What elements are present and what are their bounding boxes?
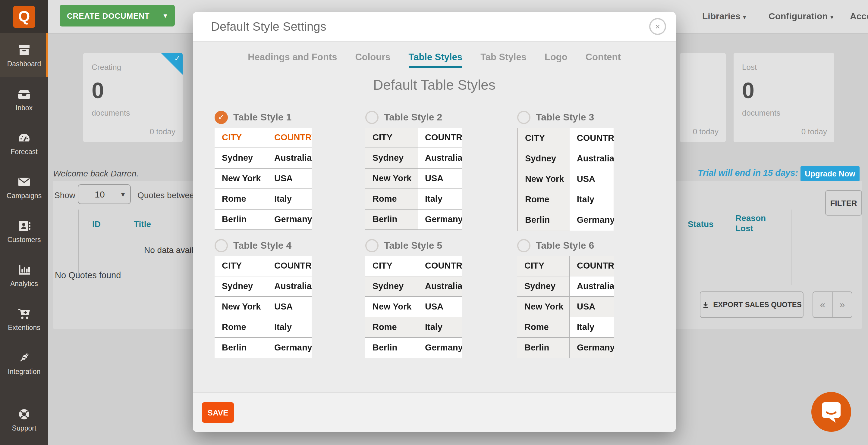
preview-table-row: RomeItaly xyxy=(518,190,614,210)
chat-launcher[interactable] xyxy=(811,392,851,432)
preview-table: CITYCOUNTRYSydneyAustraliaNew YorkUSARom… xyxy=(365,256,462,358)
preview-table-row: SydneyAustralia xyxy=(518,149,614,169)
nav-libraries-label: Libraries xyxy=(702,11,741,21)
radio-icon[interactable] xyxy=(365,239,378,252)
preview-table-cell: Sydney xyxy=(517,276,569,296)
preview-table-cell: Italy xyxy=(418,189,462,209)
preview-table-cell: USA xyxy=(418,297,462,317)
column-header-title[interactable]: Title xyxy=(134,219,151,229)
tab-headings-and-fonts[interactable]: Headings and Fonts xyxy=(248,52,337,68)
table-style-radio-row-6[interactable]: Table Style 6 xyxy=(517,239,614,252)
table-style-label: Table Style 1 xyxy=(233,111,291,124)
preview-table-cell: CITY xyxy=(365,256,418,276)
preview-table-row: BerlinGermany xyxy=(365,338,462,358)
sidebar-item-extentions[interactable]: Extentions xyxy=(0,297,48,341)
preview-table-row: New YorkUSA xyxy=(518,169,614,190)
dashboard-icon xyxy=(17,43,31,57)
sidebar-item-integration[interactable]: Integration xyxy=(0,341,48,385)
sidebar-item-inbox[interactable]: Inbox xyxy=(0,77,48,121)
preview-table-cell: New York xyxy=(215,297,267,317)
preview-table-cell: CITY xyxy=(215,128,267,147)
preview-table-cell: COUNTRY xyxy=(267,128,312,147)
table-style-radio-row-3[interactable]: Table Style 3 xyxy=(517,111,614,124)
preview-table-cell: CITY xyxy=(518,128,569,149)
pagination-next-button[interactable]: » xyxy=(833,292,852,317)
preview-table-row: BerlinGermany xyxy=(365,210,462,230)
preview-table-cell: Berlin xyxy=(215,338,267,358)
preview-table-header-row: CITYCOUNTRY xyxy=(365,128,462,148)
app-logo[interactable]: Q xyxy=(0,0,48,33)
button-divider xyxy=(157,10,157,22)
preview-table-cell: Italy xyxy=(267,317,312,337)
nav-account-label: Account xyxy=(850,11,868,21)
nav-configuration-label: Configuration xyxy=(769,11,828,21)
radio-selected-icon[interactable]: ✓ xyxy=(215,111,228,124)
close-icon[interactable]: × xyxy=(649,18,666,35)
tab-tab-styles[interactable]: Tab Styles xyxy=(480,52,527,68)
export-sales-quotes-button[interactable]: EXPORT SALES QUOTES xyxy=(700,292,804,318)
preview-table-row: New YorkUSA xyxy=(517,297,614,317)
tab-logo[interactable]: Logo xyxy=(545,52,567,68)
preview-table-row: BerlinGermany xyxy=(518,210,614,231)
table-style-option-1: ✓Table Style 1CITYCOUNTRYSydneyAustralia… xyxy=(215,111,312,230)
radio-icon[interactable] xyxy=(517,239,530,252)
preview-table-cell: COUNTRY xyxy=(418,128,462,147)
preview-table: CITYCOUNTRYSydneyAustraliaNew YorkUSARom… xyxy=(215,128,312,230)
table-style-radio-row-4[interactable]: Table Style 4 xyxy=(215,239,312,252)
nav-libraries[interactable]: Libraries▾ xyxy=(702,11,746,21)
stat-card-lost: Lost 0 documents 0 today xyxy=(734,53,834,142)
radio-icon[interactable] xyxy=(365,111,378,124)
sidebar-item-label: Integration xyxy=(8,368,41,375)
filter-button[interactable]: FILTER xyxy=(825,190,862,215)
tab-table-styles[interactable]: Table Styles xyxy=(409,52,463,68)
pagination-prev-button[interactable]: « xyxy=(813,292,833,317)
radio-icon[interactable] xyxy=(517,111,530,124)
sidebar-item-analytics[interactable]: Analytics xyxy=(0,253,48,297)
preview-table-cell: Germany xyxy=(569,338,614,358)
preview-table-cell: Germany xyxy=(418,338,462,358)
radio-icon[interactable] xyxy=(215,239,228,252)
preview-table-row: RomeItaly xyxy=(215,189,312,210)
preview-table-cell: COUNTRY xyxy=(569,128,614,149)
save-button[interactable]: SAVE xyxy=(202,402,234,423)
stat-card-partial: 0 today xyxy=(680,53,726,142)
nav-configuration[interactable]: Configuration▾ xyxy=(769,11,834,21)
tab-content[interactable]: Content xyxy=(586,52,621,68)
column-header-reason-lost[interactable]: Reason Lost xyxy=(735,213,770,234)
create-document-button[interactable]: CREATE DOCUMENT ▾ xyxy=(60,5,175,27)
sidebar-item-label: Support xyxy=(12,424,36,432)
tab-colours[interactable]: Colours xyxy=(355,52,390,68)
preview-table-cell: Germany xyxy=(267,210,312,230)
preview-table-row: SydneyAustralia xyxy=(365,276,462,297)
preview-table-cell: Rome xyxy=(365,317,418,337)
nav-account[interactable]: Account▾ xyxy=(850,11,868,21)
table-style-radio-row-5[interactable]: Table Style 5 xyxy=(365,239,462,252)
show-count-select[interactable]: 10 ▾ xyxy=(78,184,131,204)
table-style-radio-row-1[interactable]: ✓Table Style 1 xyxy=(215,111,312,124)
table-style-option-5: Table Style 5CITYCOUNTRYSydneyAustraliaN… xyxy=(365,239,462,358)
stat-card-title: Creating xyxy=(92,63,121,72)
trial-countdown: Trial will end in 15 days: xyxy=(698,168,798,178)
sidebar-item-forecast[interactable]: Forecast xyxy=(0,121,48,165)
table-style-radio-row-2[interactable]: Table Style 2 xyxy=(365,111,462,124)
preview-table-cell: Berlin xyxy=(517,338,569,358)
sidebar-item-customers[interactable]: Customers xyxy=(0,209,48,253)
sidebar-item-campaigns[interactable]: Campaigns xyxy=(0,165,48,209)
contacts-icon xyxy=(17,218,31,233)
show-count-value: 10 xyxy=(79,189,121,199)
preview-table-cell: Berlin xyxy=(365,210,418,230)
column-header-status[interactable]: Status xyxy=(688,219,714,229)
stat-card-unit: documents xyxy=(742,108,780,117)
chevron-down-icon: ▾ xyxy=(830,13,834,21)
sidebar-item-dashboard[interactable]: Dashboard xyxy=(0,33,48,77)
preview-table-cell: New York xyxy=(518,169,569,190)
sidebar-item-support[interactable]: Support xyxy=(0,398,48,441)
preview-table-cell: COUNTRY xyxy=(418,256,462,276)
upgrade-now-button[interactable]: Upgrade Now xyxy=(801,166,860,181)
sidebar-item-label: Campaigns xyxy=(7,192,41,199)
column-header-id[interactable]: ID xyxy=(92,219,101,229)
app-root: Q DashboardInboxForecastCampaignsCustome… xyxy=(0,0,868,445)
preview-table-header-row: CITYCOUNTRY xyxy=(365,256,462,276)
preview-table-cell: USA xyxy=(569,297,614,317)
preview-table-cell: USA xyxy=(267,297,312,317)
